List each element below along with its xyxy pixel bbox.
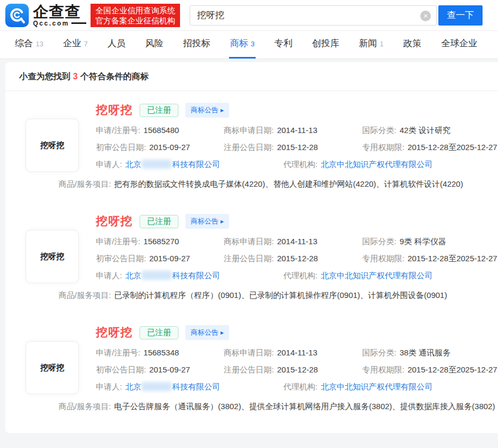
result-count-bar: 小查为您找到3个符合条件的商标 <box>5 62 498 91</box>
field-label: 商标申请日期: <box>224 348 274 357</box>
goods-text: 已录制的计算机程序（程序）(0901)、已录制的计算机操作程序(0901)、计算… <box>114 291 447 300</box>
field-value: 15685270 <box>143 237 179 246</box>
field-label: 申请人: <box>96 271 122 280</box>
field-value: 42类 设计研究 <box>399 126 451 135</box>
field-value: 2015-12-28至2025-12-27 <box>407 365 497 374</box>
field-label: 专用权期限: <box>362 143 404 152</box>
status-badge: 已注册 <box>140 215 178 228</box>
field-value: 2014-11-13 <box>277 126 317 135</box>
field-label: 国际分类: <box>362 237 396 246</box>
field-label: 申请/注册号: <box>96 348 140 357</box>
field-label: 商品/服务项目: <box>59 179 111 188</box>
goods-services-row: 商品/服务项目:已录制的计算机程序（程序）(0901)、已录制的计算机操作程序(… <box>59 291 498 301</box>
brand-underline <box>71 22 86 24</box>
brand-domain: Qcc.com <box>33 20 69 27</box>
notice-badge[interactable]: 商标公告▶ <box>185 325 229 340</box>
field-label: 商标申请日期: <box>224 237 274 246</box>
tab-venture[interactable]: 创投库 <box>311 37 340 59</box>
notice-badge[interactable]: 商标公告▶ <box>185 103 229 118</box>
tab-news[interactable]: 新闻1 <box>358 37 385 59</box>
redacted-blur <box>142 160 172 169</box>
results-panel: 小查为您找到3个符合条件的商标 挖呀挖 挖呀挖 已注册 商标公告▶ 申请/注册号… <box>5 62 498 433</box>
agent-link[interactable]: 北京中北知识产权代理有限公司 <box>321 160 432 169</box>
arrow-right-icon: ▶ <box>221 330 224 335</box>
qcc-logo[interactable]: 企查查 Qcc.com <box>5 4 86 27</box>
certification-line2: 官方备案企业征信机构 <box>95 15 175 26</box>
trademark-card: 挖呀挖 挖呀挖 已注册 商标公告▶ 申请/注册号:15685348 商标申请日期… <box>5 313 498 425</box>
result-count: 3 <box>73 72 78 81</box>
field-label: 申请人: <box>96 160 122 169</box>
goods-services-row: 商品/服务项目:电子公告牌服务（通讯服务）(3802)、提供全球计算机网络用户接… <box>59 402 498 412</box>
trademark-name[interactable]: 挖呀挖 <box>96 102 133 118</box>
field-value: 2015-12-28 <box>277 143 318 152</box>
field-value: 2014-11-13 <box>277 348 317 357</box>
certification-badge: 全国企业信用查询系统 官方备案企业征信机构 <box>91 4 180 27</box>
tab-people[interactable]: 人员 <box>107 37 127 59</box>
field-value: 9类 科学仪器 <box>399 237 446 246</box>
field-label: 国际分类: <box>362 348 396 357</box>
arrow-right-icon: ▶ <box>221 219 224 224</box>
agent-link[interactable]: 北京中北知识产权代理有限公司 <box>321 271 432 280</box>
field-label: 申请/注册号: <box>96 237 140 246</box>
tab-policy[interactable]: 政策 <box>402 37 422 59</box>
field-label: 注册公告日期: <box>224 254 274 263</box>
field-value: 2015-12-28至2025-12-27 <box>407 143 497 152</box>
field-label: 国际分类: <box>362 126 396 135</box>
applicant-link[interactable]: 北京科技有限公司 <box>125 382 220 391</box>
field-label: 申请人: <box>96 382 122 391</box>
notice-badge[interactable]: 商标公告▶ <box>185 214 229 229</box>
redacted-blur <box>142 271 172 280</box>
trademark-thumbnail[interactable]: 挖呀挖 <box>26 230 79 283</box>
field-label: 初审公告日期: <box>96 143 146 152</box>
field-label: 商品/服务项目: <box>59 402 111 411</box>
tab-overview[interactable]: 综合13 <box>14 37 44 59</box>
field-label: 申请/注册号: <box>96 126 140 135</box>
field-label: 注册公告日期: <box>224 365 274 374</box>
tab-patent[interactable]: 专利 <box>273 37 293 59</box>
trademark-name[interactable]: 挖呀挖 <box>96 325 133 341</box>
field-label: 初审公告日期: <box>96 254 146 263</box>
tab-trademark[interactable]: 商标3 <box>229 37 256 59</box>
applicant-link[interactable]: 北京科技有限公司 <box>125 271 220 280</box>
field-value: 2015-09-27 <box>149 143 190 152</box>
goods-services-row: 商品/服务项目:把有形的数据或文件转换成电子媒体(4220)、替他人创建和维护网… <box>59 179 498 189</box>
search-box: ✕ <box>190 5 437 26</box>
tab-count: 3 <box>251 40 255 48</box>
certification-line1: 全国企业信用查询系统 <box>95 5 175 15</box>
search-button[interactable]: 查一下 <box>438 5 483 26</box>
tab-count: 1 <box>380 40 383 48</box>
tab-bidding[interactable]: 招投标 <box>182 37 211 59</box>
field-label: 代理机构: <box>283 160 317 169</box>
field-value: 15685348 <box>143 348 179 357</box>
search-input[interactable] <box>190 6 436 25</box>
tab-global[interactable]: 全球企业 <box>440 37 478 59</box>
field-value: 2015-12-28 <box>277 254 318 263</box>
category-tabs: 综合13 企业7 人员 风险 招投标 商标3 专利 创投库 新闻1 政策 全球企… <box>0 31 498 59</box>
trademark-name[interactable]: 挖呀挖 <box>96 213 133 229</box>
tab-count: 7 <box>84 40 87 48</box>
field-label: 代理机构: <box>283 382 317 391</box>
status-badge: 已注册 <box>140 326 178 339</box>
brand-title: 企查查 <box>33 4 86 20</box>
goods-text: 电子公告牌服务（通讯服务）(3802)、提供全球计算机网络用户接入服务(3802… <box>114 402 495 411</box>
field-label: 初审公告日期: <box>96 365 146 374</box>
field-value: 38类 通讯服务 <box>399 348 451 357</box>
field-value: 2014-11-13 <box>277 237 317 246</box>
trademark-thumbnail[interactable]: 挖呀挖 <box>26 341 79 394</box>
trademark-thumbnail[interactable]: 挖呀挖 <box>26 119 79 172</box>
field-label: 注册公告日期: <box>224 143 274 152</box>
top-header: 企查查 Qcc.com 全国企业信用查询系统 官方备案企业征信机构 ✕ 查一下 <box>0 0 498 31</box>
field-label: 专用权期限: <box>362 254 404 263</box>
field-value: 2015-12-28至2025-12-27 <box>407 254 497 263</box>
field-label: 专用权期限: <box>362 365 404 374</box>
status-badge: 已注册 <box>140 104 178 117</box>
applicant-link[interactable]: 北京科技有限公司 <box>125 160 220 169</box>
arrow-right-icon: ▶ <box>221 108 224 113</box>
tab-company[interactable]: 企业7 <box>62 37 88 59</box>
clear-icon[interactable]: ✕ <box>420 11 431 21</box>
field-value: 2015-12-28 <box>277 365 318 374</box>
field-label: 代理机构: <box>283 271 317 280</box>
agent-link[interactable]: 北京中北知识产权代理有限公司 <box>321 382 432 391</box>
tab-risk[interactable]: 风险 <box>144 37 165 59</box>
field-label: 商品/服务项目: <box>59 291 111 300</box>
